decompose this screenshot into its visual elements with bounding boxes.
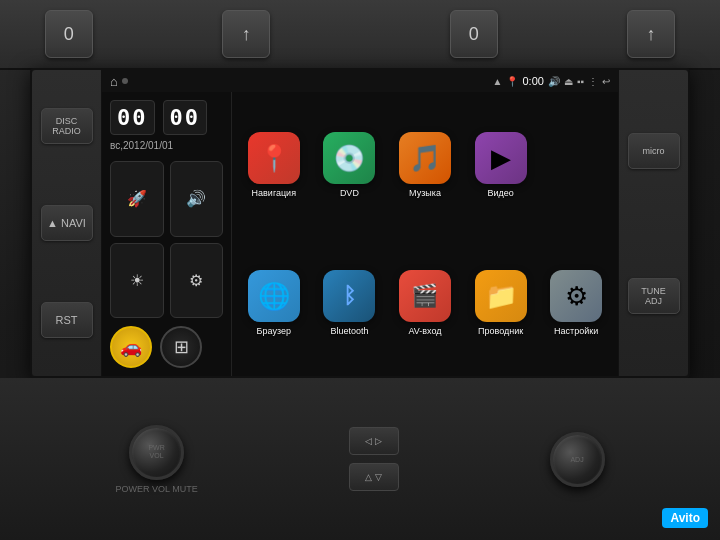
equalizer-btn[interactable]: ⚙ — [170, 243, 224, 319]
app-music[interactable]: 🎵 Музыка — [391, 100, 459, 230]
bottom-panel: PWRVOL POWER VOL MUTE ◁ ▷ △ ▽ ADJ — [0, 378, 720, 540]
av-icon: 🎬 — [411, 283, 438, 309]
browser-icon: 🌐 — [258, 281, 290, 312]
bluetooth-icon: ᛒ — [343, 283, 356, 309]
location-icon: 📍 — [506, 76, 518, 87]
date-display: вс,2012/01/01 — [110, 140, 223, 151]
clock-display: 00 00 — [110, 100, 223, 135]
battery-icon: ▪▪ — [577, 76, 584, 87]
menu-icon[interactable]: ⋮ — [588, 76, 598, 87]
disc-radio-btn[interactable]: DISC RADIO — [41, 108, 93, 144]
app-av[interactable]: 🎬 AV-вход — [391, 238, 459, 368]
avito-badge: Avito — [662, 508, 708, 528]
status-left: ⌂ — [110, 74, 128, 89]
top-btn-3[interactable]: 0 — [450, 10, 498, 58]
navigation-icon: 📍 — [258, 143, 290, 174]
app-video[interactable]: ▶ Видео — [467, 100, 535, 230]
apps-btn[interactable]: ⊞ — [160, 326, 202, 368]
app-dvd[interactable]: 💿 DVD — [316, 100, 384, 230]
left-controls: DISC RADIO ▲ NAVI RST — [32, 70, 102, 376]
info-panel: 00 00 вс,2012/01/01 🚀 🔊 ☀ ⚙ 🚗 ⊞ — [102, 92, 232, 376]
right-controls: micro TUNEADJ — [618, 70, 688, 376]
music-label: Музыка — [409, 188, 441, 198]
mic-icon — [122, 78, 128, 84]
home-nav-icon[interactable]: ⌂ — [110, 74, 118, 89]
dvd-icon-bg: 💿 — [323, 132, 375, 184]
app-navigation[interactable]: 📍 Навигация — [240, 100, 308, 230]
bluetooth-label: Bluetooth — [330, 326, 368, 336]
top-btn-4[interactable]: ↑ — [627, 10, 675, 58]
center-btn-1[interactable]: ◁ ▷ — [349, 427, 399, 455]
time-display: 0:00 — [522, 75, 543, 87]
rocket-btn[interactable]: 🚀 — [110, 161, 164, 237]
status-right: ▲ 📍 0:00 🔊 ⏏ ▪▪ ⋮ ↩ — [493, 75, 610, 87]
video-label: Видео — [487, 188, 513, 198]
info-controls: 🚀 🔊 ☀ ⚙ — [110, 161, 223, 318]
app-grid: 📍 Навигация 💿 DVD 🎵 Музыка — [232, 92, 618, 376]
bluetooth-icon-bg: ᛒ — [323, 270, 375, 322]
micro-btn[interactable]: micro — [628, 133, 680, 169]
brightness-btn[interactable]: ☀ — [110, 243, 164, 319]
app-browser[interactable]: 🌐 Браузер — [240, 238, 308, 368]
right-knob[interactable]: ADJ — [550, 432, 605, 487]
clock-hours: 00 — [110, 100, 155, 135]
car-btn[interactable]: 🚗 — [110, 326, 152, 368]
files-icon-bg: 📁 — [475, 270, 527, 322]
screen: ⌂ ▲ 📍 0:00 🔊 ⏏ ▪▪ ⋮ ↩ 00 00 — [102, 70, 618, 376]
top-btn-1[interactable]: 0 — [45, 10, 93, 58]
browser-label: Браузер — [257, 326, 291, 336]
signal-icon: ▲ — [493, 76, 503, 87]
tune-adj-btn[interactable]: TUNEADJ — [628, 278, 680, 314]
main-unit: DISC RADIO ▲ NAVI RST ⌂ ▲ 📍 0:00 🔊 ⏏ ▪▪ — [30, 68, 690, 378]
eject-icon: ⏏ — [564, 76, 573, 87]
left-knob-group: PWRVOL POWER VOL MUTE — [115, 425, 197, 494]
app-settings[interactable]: ⚙ Настройки — [542, 238, 610, 368]
center-buttons: ◁ ▷ △ ▽ — [349, 427, 399, 491]
back-icon[interactable]: ↩ — [602, 76, 610, 87]
top-panel: 0 ↑ 0 ↑ — [0, 0, 720, 70]
browser-icon-bg: 🌐 — [248, 270, 300, 322]
music-icon-bg: 🎵 — [399, 132, 451, 184]
app-bluetooth[interactable]: ᛒ Bluetooth — [316, 238, 384, 368]
files-icon: 📁 — [485, 281, 517, 312]
settings-icon: ⚙ — [565, 281, 588, 312]
power-vol-knob[interactable]: PWRVOL — [129, 425, 184, 480]
files-label: Проводник — [478, 326, 523, 336]
dvd-label: DVD — [340, 188, 359, 198]
clock-minutes: 00 — [163, 100, 208, 135]
video-icon-bg: ▶ — [475, 132, 527, 184]
right-knob-group: ADJ — [550, 432, 605, 487]
screen-content: 00 00 вс,2012/01/01 🚀 🔊 ☀ ⚙ 🚗 ⊞ — [102, 92, 618, 376]
music-icon: 🎵 — [409, 143, 441, 174]
rst-btn[interactable]: RST — [41, 302, 93, 338]
top-btn-2[interactable]: ↑ — [222, 10, 270, 58]
navigation-icon-bg: 📍 — [248, 132, 300, 184]
av-icon-bg: 🎬 — [399, 270, 451, 322]
settings-icon-bg: ⚙ — [550, 270, 602, 322]
volume-ctrl-btn[interactable]: 🔊 — [170, 161, 224, 237]
app-files[interactable]: 📁 Проводник — [467, 238, 535, 368]
settings-label: Настройки — [554, 326, 598, 336]
video-icon: ▶ — [491, 143, 511, 174]
dvd-icon: 💿 — [333, 143, 365, 174]
av-label: AV-вход — [408, 326, 441, 336]
navigation-label: Навигация — [252, 188, 296, 198]
power-vol-label: POWER VOL MUTE — [115, 484, 197, 494]
center-btn-2[interactable]: △ ▽ — [349, 463, 399, 491]
navi-btn[interactable]: ▲ NAVI — [41, 205, 93, 241]
bottom-info-btns: 🚗 ⊞ — [110, 326, 223, 368]
status-bar: ⌂ ▲ 📍 0:00 🔊 ⏏ ▪▪ ⋮ ↩ — [102, 70, 618, 92]
empty-slot-1 — [542, 100, 610, 230]
volume-icon: 🔊 — [548, 76, 560, 87]
